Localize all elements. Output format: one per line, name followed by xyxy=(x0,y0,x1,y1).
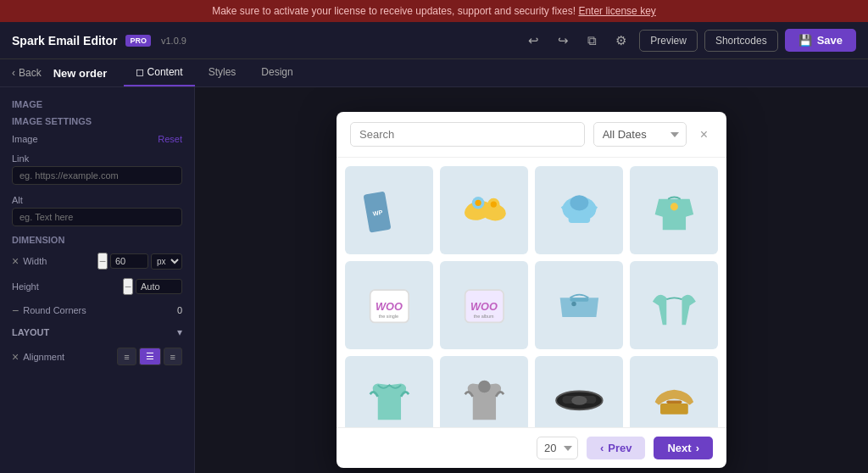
width-input[interactable] xyxy=(110,253,148,269)
alt-input[interactable] xyxy=(12,208,182,226)
width-remove[interactable]: × xyxy=(12,254,19,268)
sub-header: ‹ Back New order ◻ Content Styles Design xyxy=(0,59,868,87)
svg-rect-18 xyxy=(570,298,588,302)
align-center-btn[interactable]: ☰ xyxy=(139,348,161,365)
layout-section: Layout ▾ xyxy=(0,321,194,343)
image-cell-5[interactable]: WOO the single xyxy=(345,261,433,349)
svg-point-7 xyxy=(490,201,496,207)
image-cell-6[interactable]: WOO the album xyxy=(440,261,528,349)
tab-styles[interactable]: Styles xyxy=(197,59,248,86)
next-button[interactable]: Next › xyxy=(654,437,713,459)
image-grid: WP xyxy=(345,166,718,427)
prev-button[interactable]: ‹ Prev xyxy=(587,437,646,459)
image-cell-11[interactable] xyxy=(535,356,623,427)
image-cell-10[interactable] xyxy=(440,356,528,427)
image-cell-7[interactable] xyxy=(535,261,623,349)
sidebar-section-image: Image xyxy=(0,96,194,113)
svg-text:WOO: WOO xyxy=(376,299,403,312)
save-icon: 💾 xyxy=(798,34,812,47)
preview-button[interactable]: Preview xyxy=(639,30,698,52)
modal-footer: 20 10 50 ‹ Prev Next › xyxy=(337,427,726,468)
svg-point-24 xyxy=(571,396,587,405)
image-cell-8[interactable] xyxy=(630,261,718,349)
reset-label[interactable]: Reset xyxy=(158,134,182,144)
alt-label: Alt xyxy=(12,195,182,205)
app-title: Spark Email Editor xyxy=(12,34,117,47)
width-controls: − px % xyxy=(97,253,182,270)
svg-point-20 xyxy=(478,380,491,392)
page-title: New order xyxy=(53,67,108,80)
pro-badge: PRO xyxy=(125,35,151,47)
canvas-area: All Dates × WP xyxy=(195,87,868,473)
date-filter-select[interactable]: All Dates xyxy=(593,122,687,147)
app-header: Spark Email Editor PRO v1.0.9 ↩ ↪ ⧉ ⚙ Pr… xyxy=(0,22,868,59)
notif-link[interactable]: Enter license key xyxy=(578,5,655,17)
align-left-group: × Alignment xyxy=(12,350,64,364)
modal-overlay: All Dates × WP xyxy=(195,87,868,473)
svg-point-6 xyxy=(475,199,481,205)
copy-button[interactable]: ⧉ xyxy=(581,30,603,52)
notification-bar: Make sure to activate your license to re… xyxy=(0,0,868,22)
align-right-btn[interactable]: ≡ xyxy=(164,348,182,365)
image-cell-9[interactable] xyxy=(345,356,433,427)
svg-text:WOO: WOO xyxy=(470,299,498,312)
save-button[interactable]: 💾 Save xyxy=(785,29,856,52)
settings-button[interactable]: ⚙ xyxy=(609,30,632,52)
align-label: Alignment xyxy=(23,352,64,362)
tab-content[interactable]: ◻ Content xyxy=(124,59,194,86)
align-left-btn[interactable]: ≡ xyxy=(117,348,136,365)
image-cell-3[interactable] xyxy=(535,166,623,254)
round-label: Round Corners xyxy=(23,305,86,315)
image-cell-2[interactable] xyxy=(440,166,528,254)
image-cell-4[interactable] xyxy=(630,166,718,254)
width-label: Width xyxy=(23,256,47,266)
image-cell-12[interactable] xyxy=(630,356,718,427)
layout-arrow[interactable]: ▾ xyxy=(177,326,182,338)
per-page-select[interactable]: 20 10 50 xyxy=(537,437,578,459)
height-input[interactable] xyxy=(136,279,182,294)
sidebar-section-settings: Image Settings xyxy=(0,113,194,130)
round-decrease[interactable]: − xyxy=(12,303,19,317)
height-label: Height xyxy=(12,281,39,292)
layout-label: Layout xyxy=(12,327,49,337)
align-remove[interactable]: × xyxy=(12,350,19,364)
svg-text:the album: the album xyxy=(473,314,493,319)
modal-close-button[interactable]: × xyxy=(695,125,713,144)
sidebar: Image Image Settings Image Reset Link Al… xyxy=(0,87,195,473)
dimension-section: Dimension xyxy=(0,231,194,248)
alignment-row: × Alignment ≡ ☰ ≡ xyxy=(0,343,194,370)
prev-icon: ‹ xyxy=(600,442,604,454)
link-group: Link xyxy=(0,148,194,190)
back-button[interactable]: ‹ Back xyxy=(12,60,42,86)
search-input[interactable] xyxy=(350,122,585,147)
svg-point-11 xyxy=(670,203,677,210)
tab-design[interactable]: Design xyxy=(249,59,304,86)
shortcodes-button[interactable]: Shortcodes xyxy=(704,30,778,52)
width-left: × Width xyxy=(12,254,47,268)
round-left: − Round Corners xyxy=(12,303,86,317)
width-decrease[interactable]: − xyxy=(97,253,108,270)
svg-point-19 xyxy=(571,301,576,305)
notif-text: Make sure to activate your license to re… xyxy=(212,5,576,17)
width-unit-select[interactable]: px % xyxy=(151,253,182,270)
media-library-modal: All Dates × WP xyxy=(337,112,726,468)
height-decrease[interactable]: − xyxy=(123,278,133,295)
svg-text:the single: the single xyxy=(378,314,398,319)
image-cell-1[interactable]: WP xyxy=(345,166,433,254)
round-corners-row: − Round Corners 0 xyxy=(0,299,194,321)
align-buttons: ≡ ☰ ≡ xyxy=(117,348,182,365)
header-actions: ↩ ↪ ⧉ ⚙ Preview Shortcodes 💾 Save xyxy=(522,29,856,52)
sub-tabs: ◻ Content Styles Design xyxy=(124,59,304,86)
round-value: 0 xyxy=(177,305,182,315)
redo-button[interactable]: ↪ xyxy=(552,30,575,52)
svg-rect-26 xyxy=(666,400,682,403)
height-controls: − xyxy=(123,278,182,295)
back-icon: ‹ xyxy=(12,67,15,79)
link-input[interactable] xyxy=(12,166,182,185)
modal-body: WP xyxy=(337,158,726,427)
link-label: Link xyxy=(12,153,182,164)
alt-group: Alt xyxy=(0,190,194,231)
width-row: × Width − px % xyxy=(0,248,194,274)
sidebar-image-row: Image Reset xyxy=(0,130,194,148)
undo-button[interactable]: ↩ xyxy=(522,30,545,52)
